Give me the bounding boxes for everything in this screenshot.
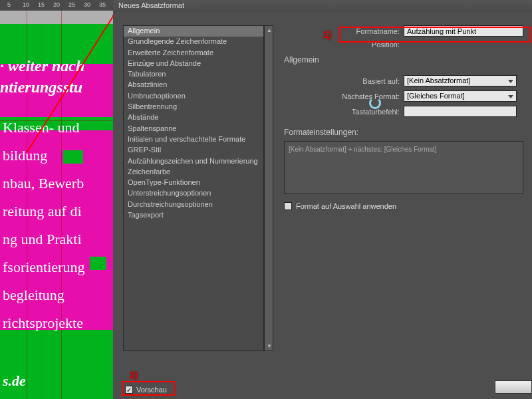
category-item[interactable]: Silbentrennung: [124, 102, 263, 112]
apply-to-selection-row[interactable]: Format auf Auswahl anwenden: [284, 202, 532, 210]
apply-checkbox[interactable]: [284, 202, 292, 210]
dialog-button[interactable]: [495, 380, 532, 394]
category-item[interactable]: Zeichenfarbe: [124, 167, 263, 178]
dialog-title: Neues Absatzformat: [118, 1, 184, 9]
scroll-down-icon[interactable]: ▼: [267, 343, 272, 349]
category-list[interactable]: Allgemein Grundlegende Zeichenformate Er…: [123, 25, 264, 351]
category-item[interactable]: Grundlegende Zeichenformate: [124, 37, 263, 47]
category-item-allgemein[interactable]: Allgemein: [124, 26, 263, 37]
category-item[interactable]: GREP-Stil: [124, 145, 263, 156]
category-list-panel: Allgemein Grundlegende Zeichenformate Er…: [123, 25, 273, 351]
settings-summary-box: [Kein Absatzformat] + nächstes: [Gleiche…: [284, 141, 523, 194]
category-item[interactable]: Durchstreichungsoptionen: [124, 200, 263, 210]
next-format-label: Nächstes Format:: [284, 92, 404, 100]
document-canvas: · weiter nach ntierungsstu Klassen- und …: [0, 11, 113, 399]
category-item[interactable]: Spaltenspanne: [124, 124, 263, 134]
category-item[interactable]: Umbruchoptionen: [124, 91, 263, 102]
category-item[interactable]: OpenType-Funktionen: [124, 178, 263, 188]
dialog-titlebar[interactable]: Neues Absatzformat: [113, 0, 532, 12]
category-item[interactable]: Tagsexport: [124, 210, 263, 221]
settings-pane: Formatname: Position: Allgemein Basiert …: [284, 25, 532, 210]
preview-checkbox[interactable]: ✓: [125, 386, 133, 394]
apply-label: Format auf Auswahl anwenden: [296, 202, 396, 210]
loading-spinner-icon: [369, 97, 381, 109]
category-item[interactable]: Erweiterte Zeichenformate: [124, 48, 263, 59]
category-item[interactable]: Einzüge und Abstände: [124, 59, 263, 69]
preview-row[interactable]: ✓ Vorschau: [125, 386, 167, 394]
category-item[interactable]: Abstände: [124, 112, 263, 123]
settings-heading: Formateinstellungen:: [284, 128, 532, 137]
shortcut-label: Tastaturbefehl:: [284, 108, 404, 116]
based-on-label: Basiert auf:: [284, 77, 404, 85]
shortcut-input[interactable]: [404, 106, 517, 117]
annotation-box-1: [339, 27, 531, 43]
annotation-number-2: 2): [130, 370, 138, 380]
preview-label: Vorschau: [136, 386, 167, 394]
category-item[interactable]: Aufzählungszeichen und Nummerierung: [124, 156, 263, 167]
annotation-number-1: 1): [323, 29, 331, 40]
paragraph-style-dialog: Neues Absatzformat Allgemein Grundlegend…: [113, 0, 532, 399]
category-item[interactable]: Absatzlinien: [124, 80, 263, 90]
category-item[interactable]: Tabulatoren: [124, 69, 263, 80]
next-format-select[interactable]: [Gleiches Format]: [404, 90, 517, 102]
section-heading-allgemein: Allgemein: [284, 55, 532, 65]
based-on-select[interactable]: [Kein Absatzformat]: [404, 75, 517, 86]
category-item[interactable]: Initialen und verschachtelte Formate: [124, 134, 263, 145]
category-item[interactable]: Unterstreichungsoptionen: [124, 188, 263, 199]
scroll-up-icon[interactable]: ▲: [267, 27, 272, 33]
list-scrollbar[interactable]: ▲ ▼: [264, 25, 273, 351]
